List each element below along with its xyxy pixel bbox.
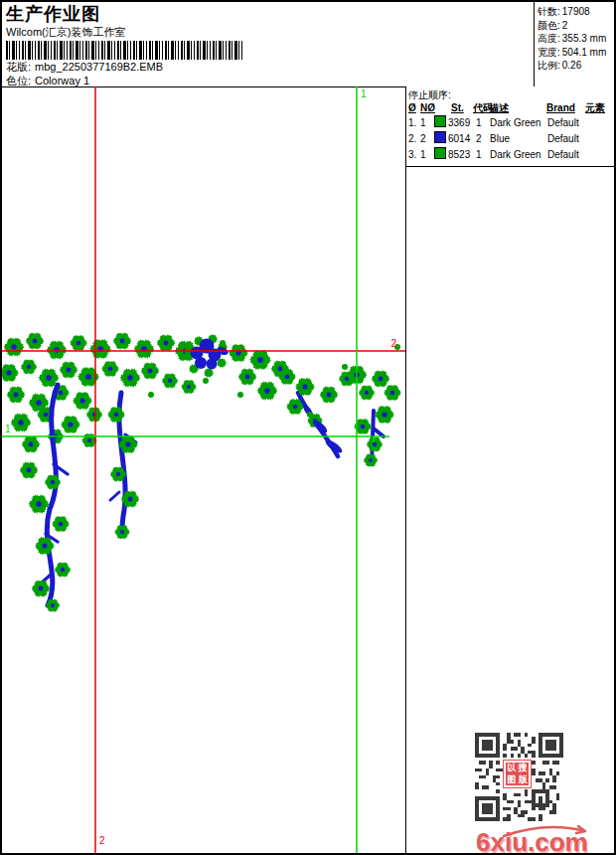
row-description: Dark Green (490, 116, 547, 130)
qr-code-block: 以 搜 图 版 (475, 733, 563, 821)
design-file-label: 花版: (6, 61, 31, 73)
start-marker-label-h: 1 (5, 424, 11, 434)
watermark-swoosh (474, 823, 603, 855)
stop-sequence-header: Ø NØ St. 代码 描述 Brand 元素 (408, 101, 614, 115)
design-file-value: mbg_2250377169B2.EMB (35, 61, 163, 73)
row-index: 2. (408, 132, 420, 146)
barcode (6, 41, 244, 60)
design-file-line: 花版:mbg_2250377169B2.EMB (6, 61, 443, 74)
table-row: 1. 1 3369 1 Dark Green Default (408, 115, 614, 131)
page-title: 生产作业图 (6, 4, 443, 24)
height-value: 355.3 mm (562, 33, 606, 44)
swatch-cell (434, 131, 448, 147)
stop-sequence-title: 停止顺序: (408, 88, 614, 101)
row-code: 1 (476, 148, 490, 162)
row-needle: 2 (420, 132, 434, 146)
col-needle: NØ (420, 101, 451, 115)
row-description: Blue (490, 132, 547, 146)
swatch-cell (434, 115, 448, 131)
swatch-cell (434, 147, 448, 163)
row-stitches: 8523 (448, 148, 476, 162)
stamp-char: 以 (506, 763, 518, 774)
row-code: 2 (476, 132, 490, 146)
row-brand: Default (547, 132, 587, 146)
row-index: 3. (408, 148, 420, 162)
studio-subtitle: Wilcom(汇京)装饰工作室 (6, 25, 443, 39)
stitch-count-label: 针数: (538, 6, 560, 17)
panel-divider (405, 86, 406, 853)
header-left: 生产作业图 Wilcom(汇京)装饰工作室 花版:mbg_2250377169B… (6, 4, 443, 87)
width-row: 宽度:504.1 mm (538, 46, 614, 60)
col-element: 元素 (585, 101, 614, 115)
row-stitches: 3369 (448, 116, 476, 130)
height-label: 高度: (538, 33, 560, 44)
start-marker-label-v: 1 (361, 88, 367, 99)
stamp-char: 图 (506, 774, 518, 786)
col-stitches: St. (451, 101, 473, 115)
row-needle: 1 (420, 148, 434, 162)
stop-sequence-table: 停止顺序: Ø NØ St. 代码 描述 Brand 元素 1. 1 3369 … (406, 86, 614, 167)
scale-row: 比例:0.26 (538, 59, 614, 73)
qr-center-stamp: 以 搜 图 版 (504, 761, 531, 787)
production-worksheet: 生产作业图 Wilcom(汇京)装饰工作室 花版:mbg_2250377169B… (0, 0, 616, 855)
table-row: 2. 2 6014 2 Blue Default (408, 131, 614, 147)
color-count-label: 颜色: (538, 20, 560, 31)
header: 生产作业图 Wilcom(汇京)装饰工作室 花版:mbg_2250377169B… (2, 2, 614, 87)
row-stitches: 6014 (448, 132, 476, 146)
col-stop: Ø (408, 101, 420, 115)
row-brand: Default (547, 148, 587, 162)
colorway-value: Colorway 1 (35, 75, 89, 86)
design-canvas: 2 2 1 1 (2, 86, 405, 853)
col-code: 代码 (473, 101, 489, 115)
colorway-label: 色位: (6, 75, 31, 86)
color-swatch (434, 115, 446, 127)
scale-value: 0.26 (562, 60, 581, 71)
stamp-char: 版 (518, 774, 530, 786)
stitch-count-row: 针数:17908 (538, 5, 614, 19)
end-marker-label-h: 2 (390, 338, 396, 349)
row-index: 1. (408, 116, 420, 130)
row-description: Dark Green (490, 148, 547, 162)
row-needle: 1 (420, 116, 434, 130)
row-code: 1 (476, 116, 490, 130)
scale-label: 比例: (538, 60, 560, 71)
stamp-char: 搜 (518, 763, 530, 774)
end-marker-label-v: 2 (99, 835, 105, 846)
embroidery-design: 2 2 1 1 (2, 86, 405, 853)
color-count-row: 颜色:2 (538, 19, 614, 33)
width-label: 宽度: (538, 47, 560, 58)
col-description: 描述 (489, 101, 546, 115)
design-info-panel: 针数:17908 颜色:2 高度:355.3 mm 宽度:504.1 mm 比例… (534, 2, 614, 86)
col-brand: Brand (546, 101, 585, 115)
height-row: 高度:355.3 mm (538, 32, 614, 46)
stitch-count-value: 17908 (562, 6, 590, 17)
site-watermark: 6xiu.com (474, 823, 603, 855)
color-swatch (434, 131, 446, 143)
table-row: 3. 1 8523 1 Dark Green Default (408, 147, 614, 163)
row-brand: Default (547, 116, 587, 130)
color-swatch (434, 147, 446, 159)
color-count-value: 2 (562, 20, 568, 31)
width-value: 504.1 mm (562, 47, 606, 58)
